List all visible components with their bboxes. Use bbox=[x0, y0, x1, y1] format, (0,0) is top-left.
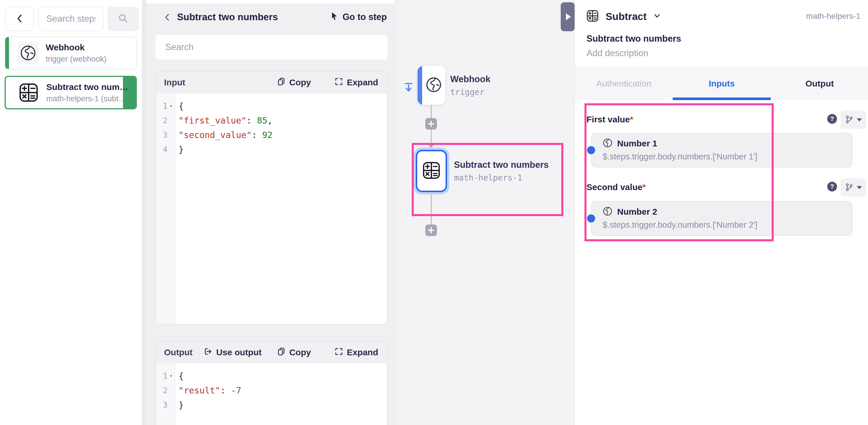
copy-icon bbox=[277, 347, 286, 358]
app-selector-label: Subtract bbox=[606, 11, 647, 22]
triangle-right-icon bbox=[566, 13, 571, 20]
input-card-header: Input Copy Expand bbox=[156, 71, 387, 93]
expand-icon bbox=[334, 77, 343, 88]
node-subtitle: trigger bbox=[450, 87, 490, 97]
sidebar-item-title: Subtract two num… bbox=[46, 82, 127, 92]
second-value-field[interactable]: Number 2 $.steps.trigger.body.numbers.['… bbox=[591, 201, 852, 236]
output-code-editor[interactable]: 1▾23{ "result": -7} bbox=[156, 363, 387, 425]
sidebar-item-texts: Webhook trigger (webhook) bbox=[46, 42, 127, 64]
step-id-label: math-helpers-1 bbox=[806, 11, 861, 21]
copy-icon bbox=[277, 77, 286, 88]
detail-search-input[interactable] bbox=[155, 35, 388, 60]
sidebar-search-input[interactable] bbox=[38, 7, 103, 31]
chevron-left-icon bbox=[15, 13, 25, 24]
tab-output[interactable]: Output bbox=[771, 67, 868, 100]
sidebar-item-subtitle: trigger (webhook) bbox=[46, 55, 127, 64]
field-label-text: Second value bbox=[587, 182, 642, 192]
detail-back-button[interactable] bbox=[161, 11, 174, 24]
input-card: Input Copy Expand 1▾234{ "first_value": … bbox=[155, 71, 388, 325]
node-accent-bar bbox=[417, 66, 422, 105]
trigger-green-accent bbox=[5, 37, 9, 69]
chevron-left-icon bbox=[163, 13, 172, 23]
sidebar-item-subtract-step[interactable]: Subtract two num… math-helpers-1 (subt… bbox=[5, 76, 137, 109]
input-code-editor[interactable]: 1▾234{ "first_value": 85, "second_value"… bbox=[156, 93, 387, 325]
step-name[interactable]: Subtract two numbers bbox=[587, 34, 681, 44]
output-expand-label: Expand bbox=[347, 347, 378, 357]
sidebar-item-webhook-trigger[interactable]: Webhook trigger (webhook) bbox=[5, 36, 137, 69]
step-inspector-panel: Subtract math-helpers-1 Subtract two num… bbox=[574, 0, 868, 425]
required-asterisk: * bbox=[630, 115, 633, 124]
add-step-button[interactable] bbox=[425, 224, 437, 236]
webhook-node-labels: Webhook trigger bbox=[450, 74, 490, 97]
detail-panel-title: Subtract two numbers bbox=[177, 11, 278, 23]
help-icon[interactable]: ? bbox=[827, 181, 838, 192]
chevron-down-icon bbox=[653, 12, 661, 21]
sidebar-back-button[interactable] bbox=[5, 7, 34, 31]
add-description-placeholder[interactable]: Add description bbox=[587, 48, 648, 58]
workflow-canvas[interactable]: Webhook trigger Subtract two numbers mat… bbox=[395, 0, 574, 425]
sidebar-search bbox=[38, 7, 103, 31]
output-card: Output Use output Copy bbox=[155, 341, 388, 425]
globe-icon bbox=[603, 138, 613, 149]
input-expand-label: Expand bbox=[347, 78, 378, 87]
field-value-title: Number 1 bbox=[617, 139, 657, 148]
mapped-value-dot bbox=[587, 146, 595, 154]
input-expand-button[interactable]: Expand bbox=[334, 77, 378, 88]
field-label-first-value: First value* bbox=[587, 115, 633, 124]
subtract-node-labels: Subtract two numbers math-helpers-1 bbox=[454, 160, 549, 183]
git-branch-icon bbox=[844, 115, 854, 125]
output-expand-button[interactable]: Expand bbox=[334, 347, 378, 358]
use-output-label: Use output bbox=[216, 347, 261, 357]
field-label-second-value: Second value* bbox=[587, 182, 646, 192]
expression-mode-button[interactable] bbox=[840, 111, 866, 129]
output-copy-button[interactable]: Copy bbox=[277, 347, 311, 358]
sidebar-item-subtitle: math-helpers-1 (subt… bbox=[46, 94, 127, 103]
mapped-value-dot bbox=[587, 214, 595, 222]
sidebar-scrollbar[interactable] bbox=[142, 0, 146, 425]
app-selector[interactable]: Subtract bbox=[586, 9, 661, 24]
globe-icon bbox=[425, 77, 442, 94]
collapse-panel-button[interactable] bbox=[561, 2, 575, 31]
steps-sidebar: Webhook trigger (webhook) Subtract two n… bbox=[0, 0, 146, 425]
help-icon[interactable]: ? bbox=[827, 113, 838, 124]
expression-mode-button[interactable] bbox=[840, 178, 866, 197]
git-branch-icon bbox=[844, 183, 854, 193]
svg-text:?: ? bbox=[830, 115, 834, 122]
sidebar-item-title: Webhook bbox=[46, 42, 127, 52]
use-output-icon bbox=[204, 347, 213, 358]
output-copy-label: Copy bbox=[289, 347, 311, 357]
field-label-text: First value bbox=[587, 115, 630, 124]
go-to-step-button[interactable]: Go to step bbox=[330, 11, 387, 23]
output-card-header: Output Use output Copy bbox=[156, 341, 387, 363]
sidebar-search-button[interactable] bbox=[107, 7, 139, 31]
field-value-path: $.steps.trigger.body.numbers.['Number 2'… bbox=[603, 220, 757, 230]
input-label: Input bbox=[164, 78, 185, 87]
go-to-step-label: Go to step bbox=[343, 12, 387, 22]
tab-authentication[interactable]: Authentication bbox=[575, 67, 673, 100]
sidebar-item-texts: Subtract two num… math-helpers-1 (subt… bbox=[46, 82, 127, 103]
tab-inputs[interactable]: Inputs bbox=[673, 67, 771, 100]
use-output-button[interactable]: Use output bbox=[204, 347, 261, 358]
field-value-row: Number 1 bbox=[603, 138, 657, 149]
first-value-field[interactable]: Number 1 $.steps.trigger.body.numbers.['… bbox=[591, 133, 852, 168]
required-asterisk: * bbox=[642, 182, 646, 192]
globe-icon bbox=[603, 206, 613, 217]
canvas-node-webhook[interactable] bbox=[417, 66, 445, 105]
caret-down-icon bbox=[857, 186, 862, 189]
inspector-tabs: Authentication Inputs Output bbox=[575, 67, 868, 100]
svg-text:?: ? bbox=[830, 183, 834, 190]
add-step-button[interactable] bbox=[425, 118, 437, 130]
workflow-builder-app: Webhook trigger (webhook) Subtract two n… bbox=[0, 0, 868, 425]
node-subtitle: math-helpers-1 bbox=[454, 173, 549, 183]
calculator-icon bbox=[18, 82, 39, 103]
input-copy-button[interactable]: Copy bbox=[277, 77, 311, 88]
jump-to-top-icon[interactable] bbox=[403, 82, 414, 94]
node-title: Subtract two numbers bbox=[454, 160, 549, 170]
field-value-path: $.steps.trigger.body.numbers.['Number 1'… bbox=[603, 152, 757, 161]
cursor-icon bbox=[330, 11, 339, 23]
canvas-node-subtract[interactable] bbox=[416, 150, 447, 192]
detail-search bbox=[155, 35, 388, 60]
node-title: Webhook bbox=[450, 74, 490, 85]
expand-icon bbox=[334, 347, 343, 358]
caret-down-icon bbox=[857, 118, 862, 122]
